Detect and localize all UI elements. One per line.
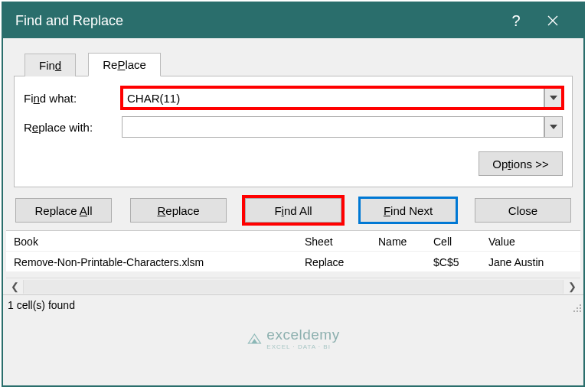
cell-cell: $C$5	[433, 256, 488, 268]
tab-find[interactable]: Find	[24, 54, 76, 76]
cell-sheet: Replace	[305, 256, 378, 268]
replace-with-input[interactable]	[122, 116, 544, 138]
find-what-dropdown[interactable]	[544, 87, 563, 109]
results-row[interactable]: Remove-Non-Printable-Characters.xlsm Rep…	[6, 252, 580, 271]
close-window-button[interactable]	[534, 3, 571, 38]
col-book[interactable]: Book	[14, 236, 305, 248]
options-row: Options >>	[24, 151, 563, 176]
svg-point-4	[577, 310, 578, 312]
help-button[interactable]: ?	[498, 3, 534, 38]
replace-with-input-wrap	[122, 116, 563, 138]
scroll-right-button[interactable]: ❯	[564, 278, 580, 295]
col-sheet[interactable]: Sheet	[305, 236, 378, 248]
tabs: Find RePlace	[14, 52, 573, 76]
svg-point-2	[580, 307, 581, 309]
find-next-button[interactable]: Find Next	[360, 198, 456, 223]
resize-grip-icon[interactable]	[571, 302, 582, 313]
tab-label: Find	[39, 59, 61, 72]
find-what-row: Find what:	[24, 87, 563, 109]
replace-all-button[interactable]: Replace All	[15, 198, 112, 223]
replace-with-dropdown[interactable]	[544, 116, 563, 138]
logo-icon	[247, 333, 262, 345]
results-header: Book Sheet Name Cell Value	[6, 231, 580, 252]
status-bar: 1 cell(s) found	[3, 294, 583, 314]
results-list: Book Sheet Name Cell Value Remove-Non-Pr…	[6, 230, 580, 271]
svg-point-5	[580, 310, 581, 312]
scroll-left-button[interactable]: ❮	[6, 278, 23, 295]
horizontal-scrollbar[interactable]: ❮ ❯	[6, 278, 580, 294]
svg-point-0	[580, 304, 581, 306]
svg-point-3	[573, 310, 575, 312]
action-buttons: Replace All Replace Find All Find Next C…	[3, 187, 583, 230]
close-button[interactable]: Close	[475, 198, 571, 223]
replace-button[interactable]: Replace	[130, 198, 227, 223]
close-icon	[547, 15, 559, 27]
scroll-track[interactable]	[23, 280, 564, 294]
titlebar: Find and Replace ?	[3, 3, 583, 38]
cell-value: Jane Austin​	[488, 256, 573, 268]
find-what-input[interactable]	[122, 87, 544, 109]
replace-with-row: Replace with:	[24, 116, 563, 138]
tab-body-replace: Find what: Replace with:	[14, 76, 573, 187]
find-what-label: Find what:	[24, 92, 122, 105]
status-text: 1 cell(s) found	[8, 299, 75, 311]
col-cell[interactable]: Cell	[433, 236, 488, 248]
watermark-brand: exceldemy	[266, 327, 339, 343]
dialog-title: Find and Replace	[15, 13, 498, 29]
watermark-tagline: EXCEL · DATA · BI	[266, 343, 339, 350]
col-value[interactable]: Value	[488, 236, 573, 248]
chevron-down-icon	[550, 125, 557, 129]
dialog-content: Find RePlace Find what: Re	[3, 38, 583, 385]
col-name[interactable]: Name	[378, 236, 433, 248]
find-replace-dialog: Find and Replace ? Find RePlace Find wha…	[2, 2, 585, 387]
tab-replace[interactable]: RePlace	[88, 53, 161, 76]
cell-book: Remove-Non-Printable-Characters.xlsm	[14, 256, 305, 268]
svg-point-1	[577, 307, 578, 309]
find-what-input-wrap	[122, 87, 563, 109]
cell-name	[378, 256, 433, 268]
replace-with-label: Replace with:	[24, 121, 122, 134]
exceldemy-watermark: exceldemy EXCEL · DATA · BI	[247, 327, 339, 350]
find-all-button[interactable]: Find All	[245, 198, 341, 223]
chevron-down-icon	[550, 96, 557, 100]
options-button[interactable]: Options >>	[479, 151, 563, 176]
tab-label: RePlace	[103, 58, 146, 71]
